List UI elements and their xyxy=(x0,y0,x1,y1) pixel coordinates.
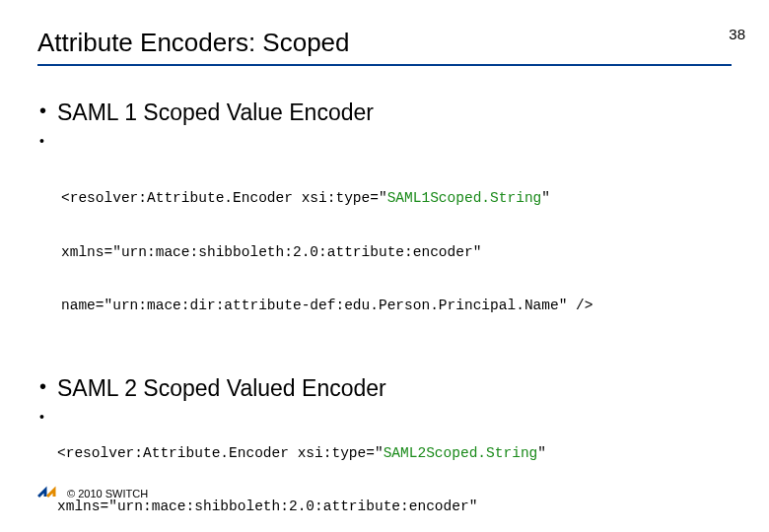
code-text: name="urn:mace:dir:attribute-def:edu.Per… xyxy=(61,297,732,314)
code-type: SAML1Scoped.String xyxy=(387,190,542,206)
bullet-icon: • xyxy=(39,132,49,150)
slide-body: • SAML 1 Scoped Value Encoder • <resolve… xyxy=(37,100,732,532)
code-type: SAML2Scoped.String xyxy=(384,445,538,461)
section2-heading: SAML 2 Scoped Valued Encoder xyxy=(57,375,386,402)
code-block-1: <resolver:Attribute.Encoder xsi:type="SA… xyxy=(39,154,732,350)
footer: © 2010 SWITCH xyxy=(37,485,148,502)
code-text: xmlns="urn:mace:shibboleth:2.0:attribute… xyxy=(61,243,732,261)
code-text: " xyxy=(541,190,550,206)
section1-heading: SAML 1 Scoped Value Encoder xyxy=(57,100,374,126)
bullet-icon: • xyxy=(39,100,49,121)
slide-title: Attribute Encoders: Scoped xyxy=(37,28,732,66)
code-block-2: <resolver:Attribute.Encoder xsi:type="SA… xyxy=(57,408,546,532)
code-text: <resolver:Attribute.Encoder xsi:type=" xyxy=(61,190,387,206)
switch-logo-icon xyxy=(37,485,57,502)
code-text: " xyxy=(537,445,546,461)
code-text: <resolver:Attribute.Encoder xsi:type=" xyxy=(57,445,384,461)
bullet-icon: • xyxy=(39,408,49,426)
copyright-text: © 2010 SWITCH xyxy=(67,488,148,499)
page-number: 38 xyxy=(729,26,745,42)
bullet-icon: • xyxy=(39,375,49,397)
